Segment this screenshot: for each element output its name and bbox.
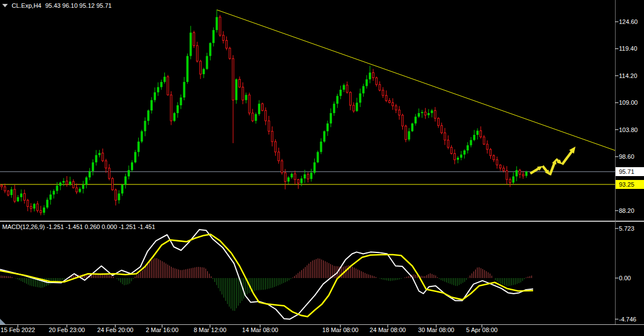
last-price-badge: 95.71	[616, 167, 644, 176]
time-axis-label: 8 Mar 12:00	[194, 327, 227, 333]
time-axis-label: 24 Mar 08:00	[370, 327, 406, 333]
macd-indicator-label: MACD(12,26,9) -1.251 -1.451 0.260 0.000 …	[2, 223, 155, 230]
symbol-name: CL.Exp,H4	[12, 2, 41, 9]
time-axis-label: 2 Mar 16:00	[146, 327, 179, 333]
axis-ticks	[18, 22, 618, 328]
chart-window: CL.Exp,H4 95.43 96.10 95.12 95.71 MACD(1…	[0, 0, 644, 336]
price-axis-label: 114.20	[619, 72, 637, 80]
time-axis-label: 20 Feb 23:00	[49, 327, 85, 333]
time-axis-label: 14 Mar 08:00	[242, 327, 279, 333]
price-axis-label: 119.40	[619, 45, 637, 52]
time-axis-label: 18 Mar 08:00	[323, 327, 359, 333]
chart-title-bar: CL.Exp,H4 95.43 96.10 95.12 95.71	[2, 2, 111, 9]
price-axis-label: 124.60	[619, 18, 638, 26]
descending-trendline[interactable]	[217, 10, 615, 150]
panel-resize-grip[interactable]	[0, 319, 6, 324]
chart-canvas[interactable]	[0, 0, 644, 336]
ohlc-quote: 95.43 96.10 95.12 95.71	[45, 2, 111, 9]
macd-main-line	[0, 230, 533, 319]
time-axis-label: 15 Feb 2022	[1, 327, 35, 333]
macd-axis-label: 0.00	[619, 274, 631, 282]
price-axis-label: 98.60	[619, 153, 635, 160]
price-axis-label: 88.20	[619, 207, 635, 215]
support-price-badge: 93.25	[616, 180, 644, 189]
macd-axis-label: 5.723	[619, 225, 635, 232]
time-axis-label: 24 Feb 20:00	[97, 327, 134, 333]
time-axis-label: 5 Apr 08:00	[466, 327, 497, 333]
macd-axis-label: -4.746	[619, 315, 636, 323]
price-axis-label: 103.80	[619, 126, 638, 134]
price-axis-label: 109.00	[619, 99, 638, 106]
macd-signal-line	[0, 234, 533, 316]
macd-histogram	[1, 258, 531, 311]
level-lines-layer	[0, 10, 615, 184]
forecast-arrows	[530, 147, 575, 175]
time-axis-label: 30 Mar 08:00	[418, 327, 455, 333]
symbol-dropdown-icon[interactable]	[2, 4, 8, 7]
